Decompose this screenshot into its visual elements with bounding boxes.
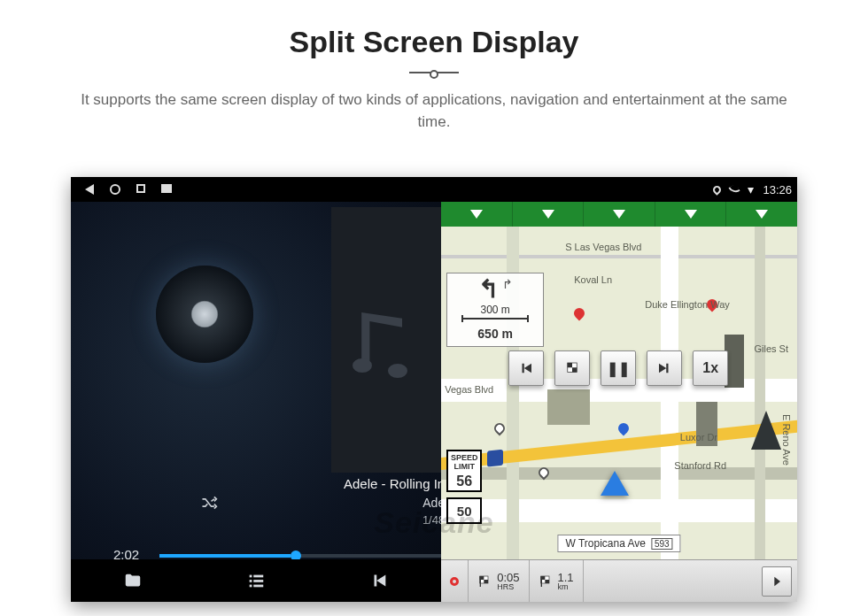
music-bottom-bar	[71, 559, 441, 602]
title-underline	[409, 72, 459, 73]
eta-unit: HRS	[497, 583, 519, 591]
map-media-controls: ❚❚ 1x	[508, 350, 728, 386]
page-subtitle: It supports the same screen display of t…	[71, 89, 797, 133]
turn-right-icon: ↱	[502, 277, 513, 302]
svg-rect-3	[253, 580, 263, 582]
svg-rect-5	[253, 585, 263, 588]
next-turn-distance: 300 m	[481, 304, 510, 316]
road-label: Stanford Rd	[674, 460, 726, 471]
map-bottom-bar: 0:05 HRS 1.1 km	[441, 559, 797, 602]
lane-arrow-icon	[584, 202, 655, 227]
song-artist: Ade	[422, 496, 441, 510]
eta-value: 0:05	[497, 572, 519, 583]
svg-rect-11	[484, 580, 489, 583]
flag-icon	[539, 574, 553, 589]
map-menu-button[interactable]	[762, 566, 792, 597]
map-pin-icon[interactable]	[572, 306, 587, 321]
current-road-label: W Tropicana Ave 593	[558, 535, 681, 552]
road-label: Vegas Blvd	[445, 384, 493, 395]
track-index: 1/48	[422, 513, 441, 527]
previous-track-button[interactable]	[318, 559, 441, 602]
chevron-right-icon	[770, 574, 784, 589]
seek-bar[interactable]	[159, 554, 441, 558]
navigation-pane[interactable]: S Las Vegas Blvd Koval Ln Duke Ellington…	[441, 202, 797, 602]
lane-arrow-icon	[441, 202, 513, 227]
current-road-name: W Tropicana Ave	[566, 537, 647, 550]
map-next-button[interactable]	[647, 350, 682, 386]
disc-icon	[156, 266, 253, 363]
scale-bar	[461, 318, 529, 320]
road	[661, 227, 678, 559]
shuffle-icon[interactable]	[197, 494, 221, 512]
road	[441, 255, 797, 258]
page-title: Split Screen Display	[0, 25, 868, 59]
map-pin-icon[interactable]	[616, 421, 632, 436]
svg-rect-1	[253, 575, 263, 578]
turn-left-icon: ↰	[478, 277, 499, 302]
lane-arrow-icon	[513, 202, 585, 227]
svg-rect-15	[545, 580, 549, 583]
song-title: Adele - Rolling In	[344, 476, 441, 491]
playlist-button[interactable]	[194, 559, 317, 602]
map-pause-button[interactable]: ❚❚	[601, 350, 636, 386]
music-pane: Adele - Rolling In Ade 1/48 2:02	[71, 202, 441, 602]
location-icon	[712, 184, 724, 196]
turn-total-distance: 650 m	[477, 327, 513, 341]
lane-guidance-bar	[441, 202, 797, 227]
svg-rect-16	[540, 576, 541, 587]
lane-arrow-icon	[726, 202, 797, 227]
road-label: Duke Ellington Way	[645, 299, 730, 310]
road-label: S Las Vegas Blvd	[565, 242, 641, 252]
map-prev-button[interactable]	[508, 350, 544, 386]
recenter-button[interactable]	[441, 560, 469, 602]
road	[441, 499, 797, 522]
svg-rect-2	[250, 580, 252, 582]
road-label: Koval Ln	[574, 274, 612, 285]
svg-rect-12	[480, 576, 481, 587]
distance-unit: km	[558, 583, 574, 591]
svg-rect-4	[250, 585, 252, 588]
speed-limit-value: 56	[448, 474, 480, 489]
building-icon	[547, 389, 590, 425]
speed-limit-sign: SPEED LIMIT 56	[446, 450, 482, 492]
status-clock: 13:26	[763, 183, 792, 196]
turn-instruction-card: ↰ ↱ 300 m 650 m	[446, 273, 544, 347]
distance-value: 1.1	[558, 572, 574, 583]
distance-readout: 1.1 km	[530, 560, 584, 602]
gallery-icon[interactable]	[161, 184, 172, 193]
target-icon	[450, 577, 459, 586]
map-speed-button[interactable]: 1x	[693, 350, 728, 386]
album-art-placeholder	[331, 207, 441, 473]
wifi-icon: ▾	[748, 183, 754, 196]
map-pin-icon[interactable]	[492, 421, 508, 436]
svg-rect-0	[250, 575, 252, 578]
seek-fill	[159, 554, 291, 558]
road-label: Giles St	[754, 343, 788, 354]
folder-button[interactable]	[71, 559, 194, 602]
speed-limit-label: SPEED LIMIT	[451, 453, 478, 471]
route-number: 593	[651, 538, 673, 550]
phone-icon	[729, 183, 741, 196]
eta-readout: 0:05 HRS	[469, 560, 529, 602]
road-label: Luxor Dr	[680, 432, 717, 443]
svg-rect-8	[572, 367, 577, 372]
flag-icon	[477, 574, 492, 589]
map-flag-button[interactable]	[554, 350, 590, 386]
back-icon[interactable]	[85, 184, 94, 195]
svg-rect-7	[568, 363, 572, 367]
lane-arrow-icon	[655, 202, 727, 227]
recent-icon[interactable]	[136, 184, 145, 193]
current-speed: 50	[446, 497, 482, 524]
vehicle-cursor-icon	[601, 471, 629, 496]
music-note-icon	[358, 309, 420, 371]
device-screenshot: ▾ 13:26 Adele - Rolling In Ade 1/48 2:02	[71, 177, 797, 602]
android-statusbar: ▾ 13:26	[71, 177, 797, 202]
road-label: E Reno Ave	[781, 414, 792, 466]
home-icon[interactable]	[110, 184, 120, 195]
road	[755, 227, 765, 559]
